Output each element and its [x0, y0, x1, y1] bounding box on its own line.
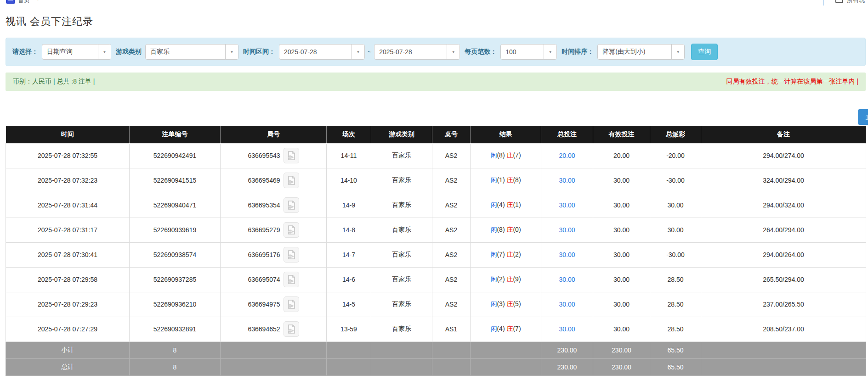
cell-round-id: 636695543 — [221, 143, 327, 168]
cell-bet-id: 522690940471 — [130, 193, 221, 218]
query-button[interactable]: 查询 — [691, 44, 718, 60]
round-id-text: 636695469 — [248, 177, 280, 184]
result-player-label: 闲 — [490, 226, 497, 233]
table-row: 2025-07-28 07:29:23522690936210636694975… — [6, 292, 866, 317]
video-replay-button[interactable] — [284, 272, 299, 287]
header-payout: 总派彩 — [650, 126, 701, 143]
cell-payout: -30.00 — [650, 242, 701, 267]
summary-bar: 币别：人民币 | 总共 :8 注单 | 同局有效投注，统一计算在该局第一张注单内… — [6, 73, 866, 91]
total-bet-link[interactable]: 30.00 — [559, 325, 575, 333]
cell-valid-bet: 30.00 — [593, 242, 650, 267]
table-row: 2025-07-28 07:32:23522690941515636695469… — [6, 168, 866, 193]
video-replay-button[interactable] — [284, 148, 299, 163]
total-bet-link[interactable]: 30.00 — [559, 251, 575, 258]
total-bet-link[interactable]: 30.00 — [559, 226, 575, 234]
cell-payout: 30.00 — [650, 193, 701, 218]
result-player-score: (4) — [497, 325, 506, 332]
per-page-select[interactable]: 100 ▼ — [500, 44, 557, 60]
time-sort-value: 降冪(由大到小) — [598, 45, 671, 59]
round-id-wrap: 636695279 — [221, 222, 326, 238]
video-replay-button[interactable] — [284, 247, 299, 263]
cell-valid-bet: 30.00 — [593, 317, 650, 341]
result-banker-label: 庄 — [506, 325, 513, 332]
total-row: 总计8230.00230.0065.50 — [6, 358, 866, 375]
total-bet-link[interactable]: 20.00 — [559, 152, 575, 159]
cell-game-category — [371, 358, 432, 375]
per-page-value: 100 — [501, 45, 544, 59]
video-replay-button[interactable] — [284, 296, 299, 312]
cell-count: 8 — [130, 358, 221, 375]
total-bet-link[interactable]: 30.00 — [559, 201, 575, 209]
cell-game-category: 百家乐 — [371, 267, 432, 292]
cell-result: 闲(8) 庄(0) — [471, 218, 541, 242]
topbar-right-link[interactable]: 所有玩法 — [847, 0, 868, 6]
total-bet-link[interactable]: 30.00 — [559, 177, 575, 184]
cell-game-category: 百家乐 — [371, 242, 432, 267]
pagination-page-button[interactable]: 1 — [858, 109, 868, 125]
cell-remark: 208.50/237.00 — [701, 317, 866, 341]
subtotal-row: 小计8230.00230.0065.50 — [6, 341, 866, 358]
window-icon[interactable] — [835, 0, 843, 3]
date-from-select[interactable]: 2025-07-28 ▼ — [279, 44, 365, 60]
result-banker-score: (2) — [513, 251, 521, 258]
cell-table-no: AS2 — [432, 143, 471, 168]
cell-session — [327, 341, 371, 358]
query-type-select[interactable]: 日期查询 ▼ — [42, 44, 111, 60]
cell-total-bet: 30.00 — [541, 168, 593, 193]
game-category-select[interactable]: 百家乐 ▼ — [145, 44, 238, 60]
result-player-label: 闲 — [490, 275, 497, 283]
cell-result: 闲(1) 庄(8) — [471, 168, 541, 193]
result-banker-score: (0) — [513, 226, 521, 233]
cell-total-bet: 30.00 — [541, 193, 593, 218]
cell-payout: -20.00 — [650, 143, 701, 168]
cell-session: 14-7 — [327, 242, 371, 267]
cell-bet-id: 522690942491 — [130, 143, 221, 168]
cell-table-no: AS2 — [432, 193, 471, 218]
topbar-home-link[interactable]: 首页 — [18, 0, 30, 5]
cell-payout: 65.50 — [650, 358, 701, 375]
home-icon[interactable] — [6, 0, 15, 4]
cell-payout: 65.50 — [650, 341, 701, 358]
cell-round-id: 636695074 — [221, 267, 327, 292]
chevron-down-icon[interactable]: ▼ — [352, 45, 364, 59]
cell-table-no: AS2 — [432, 267, 471, 292]
video-replay-icon — [286, 175, 296, 185]
chevron-down-icon[interactable]: ▼ — [671, 45, 684, 59]
chevron-down-icon[interactable]: ▼ — [98, 45, 111, 59]
result-player-label: 闲 — [490, 325, 497, 332]
video-replay-button[interactable] — [284, 222, 299, 238]
cell-label: 总计 — [6, 358, 130, 375]
cell-game-category: 百家乐 — [371, 168, 432, 193]
cell-result: 闲(3) 庄(5) — [471, 292, 541, 317]
video-replay-button[interactable] — [284, 321, 299, 337]
total-bet-link[interactable]: 30.00 — [559, 301, 575, 308]
chevron-down-icon[interactable]: ▼ — [225, 45, 238, 59]
round-id-text: 636695543 — [248, 152, 280, 159]
result-player-score: (7) — [497, 251, 506, 258]
chevron-down-icon[interactable]: ▼ — [447, 45, 460, 59]
cell-round-id: 636695469 — [221, 168, 327, 193]
table-row: 2025-07-28 07:31:44522690940471636695354… — [6, 193, 866, 218]
cell-valid-bet: 30.00 — [593, 168, 650, 193]
video-replay-icon — [286, 200, 296, 210]
cell-remark: 237.00/265.50 — [701, 292, 866, 317]
cell-bet-id: 522690936210 — [130, 292, 221, 317]
cell-total-bet: 30.00 — [541, 267, 593, 292]
cell-result — [471, 358, 541, 375]
round-id-text: 636694652 — [248, 325, 280, 333]
video-replay-button[interactable] — [284, 173, 299, 188]
header-session: 场次 — [327, 126, 371, 143]
chevron-down-icon[interactable]: ▼ — [544, 45, 556, 59]
header-total-bet: 总投注 — [541, 126, 593, 143]
time-sort-select[interactable]: 降冪(由大到小) ▼ — [597, 44, 685, 60]
result-banker-label: 庄 — [506, 226, 513, 233]
cell-session: 14-10 — [327, 168, 371, 193]
header-game-category: 游戏类别 — [371, 126, 432, 143]
result-player-score: (4) — [497, 201, 506, 208]
date-to-select[interactable]: 2025-07-28 ▼ — [374, 44, 460, 60]
total-bet-link[interactable]: 30.00 — [559, 276, 575, 283]
video-replay-button[interactable] — [284, 197, 299, 213]
round-id-text: 636695176 — [248, 251, 280, 258]
cell-result: 闲(4) 庄(1) — [471, 193, 541, 218]
chevron-down-icon[interactable]: ▼ — [36, 0, 40, 1]
